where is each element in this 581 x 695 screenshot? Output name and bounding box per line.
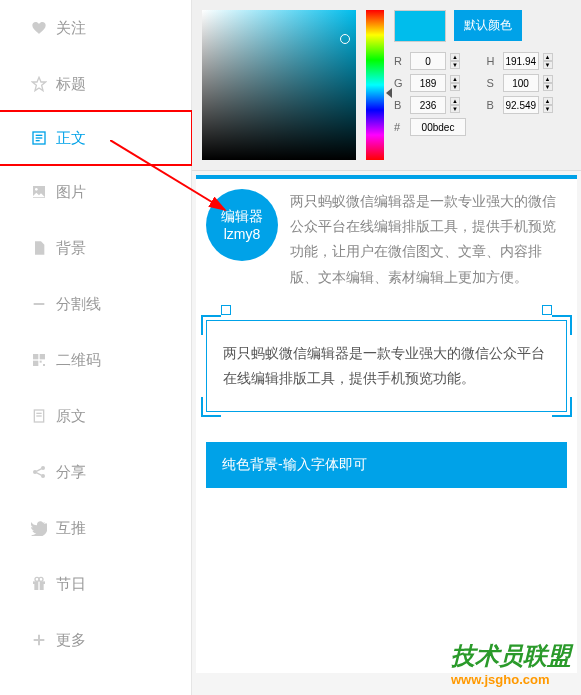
nav-body[interactable]: 正文	[0, 110, 193, 166]
template-block-circle[interactable]: 编辑器 lzmy8 两只蚂蚁微信编辑器是一款专业强大的微信公众平台在线编辑排版工…	[206, 189, 567, 290]
default-color-button[interactable]: 默认颜色	[454, 10, 522, 41]
star-icon	[30, 75, 48, 93]
color-preview	[394, 10, 446, 42]
color-cursor[interactable]	[340, 34, 350, 44]
nav-label: 标题	[56, 75, 86, 94]
hue-slider[interactable]	[366, 10, 384, 160]
b-input[interactable]	[410, 96, 446, 114]
corner-decoration	[552, 315, 572, 335]
nav-original[interactable]: 原文	[0, 388, 191, 444]
nav-festival[interactable]: 节日	[0, 556, 191, 612]
br-input[interactable]	[503, 96, 539, 114]
nav-label: 互推	[56, 519, 86, 538]
nav-image[interactable]: 图片	[0, 164, 191, 220]
s-input[interactable]	[503, 74, 539, 92]
block3-text: 纯色背景-输入字体即可	[222, 456, 367, 472]
svg-rect-9	[33, 361, 38, 366]
corner-decoration	[201, 315, 221, 335]
svg-rect-10	[40, 361, 42, 363]
template-block-frame[interactable]: 两只蚂蚁微信编辑器是一款专业强大的微信公众平台在线编辑排版工具，提供手机预览功能…	[206, 320, 567, 412]
corner-decoration	[201, 397, 221, 417]
nav-label: 关注	[56, 19, 86, 38]
spinner[interactable]: ▲▼	[450, 75, 460, 91]
nav-label: 更多	[56, 631, 86, 650]
doc-icon	[30, 407, 48, 425]
heart-icon	[30, 19, 48, 37]
qr-icon	[30, 351, 48, 369]
spinner[interactable]: ▲▼	[543, 75, 553, 91]
color-controls: 默认颜色 R▲▼ H▲▼ G▲▼ S▲▼ B▲▼ B▲▼ #	[394, 10, 571, 160]
svg-rect-7	[33, 354, 38, 359]
h-input[interactable]	[503, 52, 539, 70]
nav-label: 节日	[56, 575, 86, 594]
svg-rect-22	[38, 581, 39, 590]
color-saturation-area[interactable]	[202, 10, 356, 160]
image-icon	[30, 183, 48, 201]
svg-point-24	[39, 577, 43, 581]
input-r: R▲▼	[394, 52, 479, 70]
circle-badge: 编辑器 lzmy8	[206, 189, 278, 261]
input-br: B▲▼	[487, 96, 572, 114]
nav-background[interactable]: 背景	[0, 220, 191, 276]
svg-line-19	[36, 473, 41, 476]
nav-label: 原文	[56, 407, 86, 426]
nav-label: 分享	[56, 463, 86, 482]
nav-label: 图片	[56, 183, 86, 202]
watermark-url: www.jsgho.com	[451, 672, 571, 687]
color-picker: 默认颜色 R▲▼ H▲▼ G▲▼ S▲▼ B▲▼ B▲▼ #	[192, 0, 581, 171]
input-g: G▲▼	[394, 74, 479, 92]
template-block-solid[interactable]: 纯色背景-输入字体即可	[206, 442, 567, 488]
main-panel: 默认颜色 R▲▼ H▲▼ G▲▼ S▲▼ B▲▼ B▲▼ # 编辑器 lzmy8…	[192, 0, 581, 695]
spinner[interactable]: ▲▼	[543, 53, 553, 69]
g-input[interactable]	[410, 74, 446, 92]
svg-point-5	[35, 188, 38, 191]
svg-line-18	[36, 469, 41, 472]
gift-icon	[30, 575, 48, 593]
r-input[interactable]	[410, 52, 446, 70]
watermark: 技术员联盟 www.jsgho.com	[451, 640, 571, 687]
nav-divider[interactable]: 分割线	[0, 276, 191, 332]
text-icon	[30, 129, 48, 147]
input-h: H▲▼	[487, 52, 572, 70]
nav-label: 正文	[56, 129, 86, 148]
file-icon	[30, 239, 48, 257]
circle-line2: lzmy8	[224, 226, 261, 242]
nav-label: 分割线	[56, 295, 101, 314]
nav-title[interactable]: 标题	[0, 56, 191, 112]
input-b: B▲▼	[394, 96, 479, 114]
content-preview: 编辑器 lzmy8 两只蚂蚁微信编辑器是一款专业强大的微信公众平台在线编辑排版工…	[196, 175, 577, 673]
svg-rect-8	[40, 354, 45, 359]
hex-input[interactable]	[410, 118, 466, 136]
nav-qrcode[interactable]: 二维码	[0, 332, 191, 388]
hue-indicator	[386, 88, 392, 98]
input-s: S▲▼	[487, 74, 572, 92]
block2-text: 两只蚂蚁微信编辑器是一款专业强大的微信公众平台在线编辑排版工具，提供手机预览功能…	[223, 345, 545, 386]
corner-decoration	[552, 397, 572, 417]
svg-rect-11	[43, 364, 45, 366]
nav-follow[interactable]: 关注	[0, 0, 191, 56]
nav-promote[interactable]: 互推	[0, 500, 191, 556]
nav-more[interactable]: 更多	[0, 612, 191, 668]
nav-share[interactable]: 分享	[0, 444, 191, 500]
spinner[interactable]: ▲▼	[450, 97, 460, 113]
spinner[interactable]: ▲▼	[543, 97, 553, 113]
plus-icon	[30, 631, 48, 649]
input-hex: #	[394, 118, 571, 136]
share-icon	[30, 463, 48, 481]
nav-label: 二维码	[56, 351, 101, 370]
minus-icon	[30, 295, 48, 313]
spinner[interactable]: ▲▼	[450, 53, 460, 69]
sidebar: 关注 标题 正文 图片 背景 分割线 二维码 原文 分享 互推 节日	[0, 0, 192, 695]
twitter-icon	[30, 519, 48, 537]
watermark-logo: 技术员联盟	[451, 640, 571, 672]
nav-label: 背景	[56, 239, 86, 258]
circle-line1: 编辑器	[221, 208, 263, 226]
